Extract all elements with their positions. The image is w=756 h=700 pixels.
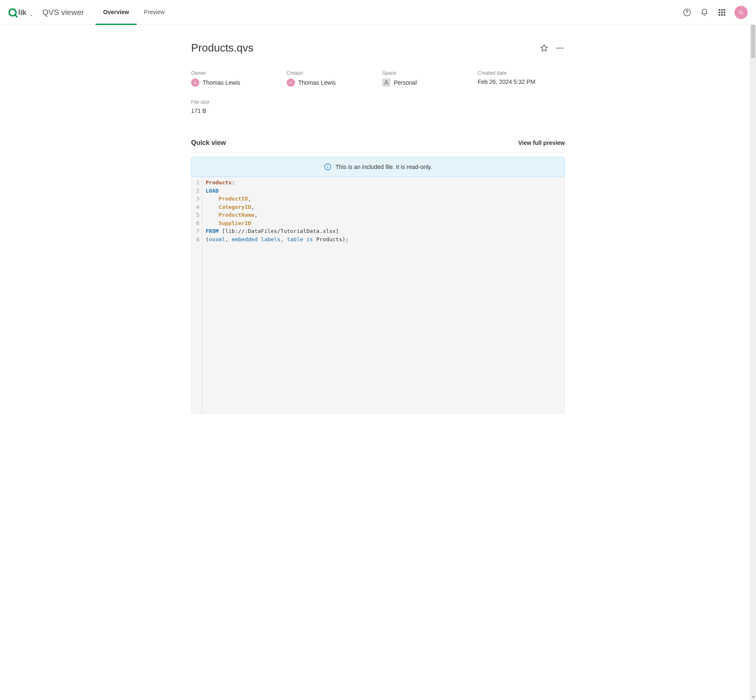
tab-preview[interactable]: Preview [137, 0, 172, 25]
owner-name: Thomas Lewis [203, 79, 240, 86]
meta-created-label: Created date [478, 70, 565, 76]
filesize-value: 171 B [191, 108, 278, 114]
svg-point-5 [557, 47, 558, 49]
meta-created: Created date Feb 26, 2024 5:32 PM [478, 70, 565, 87]
info-icon [324, 163, 331, 171]
meta-owner: Owner TL Thomas Lewis [191, 70, 278, 87]
app-launcher-icon[interactable] [717, 7, 727, 17]
code-body[interactable]: Products:LOAD ProductID, CategoryID, Pro… [202, 177, 565, 413]
scroll-thumb[interactable] [751, 25, 755, 58]
page-title: Products.qvs [191, 42, 539, 54]
svg-point-2 [31, 15, 32, 16]
svg-point-8 [385, 81, 388, 83]
view-full-preview-link[interactable]: View full preview [518, 140, 565, 146]
app-name: QVS viewer [42, 8, 84, 17]
bell-icon[interactable] [700, 7, 709, 17]
meta-grid: Owner TL Thomas Lewis Creator TL Thomas … [191, 70, 565, 114]
meta-filesize-label: File size [191, 99, 278, 105]
svg-point-11 [327, 165, 328, 166]
quickview-header: Quick view View full preview [191, 139, 565, 153]
meta-space-label: Space [382, 70, 469, 76]
star-icon[interactable] [539, 43, 549, 53]
meta-owner-label: Owner [191, 70, 278, 76]
created-date: Feb 26, 2024 5:32 PM [478, 78, 565, 85]
creator-avatar: TL [287, 78, 295, 87]
banner-text: This is an included file. It is read-onl… [336, 164, 432, 170]
tabs: Overview Preview [96, 0, 172, 24]
svg-point-4 [687, 14, 687, 14]
content: Products.qvs Owner TL Thomas Lewis Creat [187, 25, 569, 426]
user-avatar[interactable]: TL [734, 6, 748, 19]
more-icon[interactable] [555, 43, 565, 53]
code-gutter: 12345678 [191, 177, 202, 413]
title-row: Products.qvs [191, 42, 565, 54]
code-panel: 12345678 Products:LOAD ProductID, Catego… [191, 177, 565, 414]
svg-point-7 [562, 47, 563, 49]
info-banner: This is an included file. It is read-onl… [191, 157, 565, 177]
creator-name: Thomas Lewis [298, 79, 336, 86]
person-icon [382, 78, 390, 87]
svg-point-6 [559, 47, 560, 49]
tab-overview[interactable]: Overview [96, 0, 136, 25]
quickview-title: Quick view [191, 139, 226, 147]
space-name: Personal [394, 79, 417, 86]
meta-space: Space Personal [382, 70, 469, 87]
qlik-logo[interactable]: lik [8, 6, 34, 19]
topbar-actions: TL [682, 6, 748, 19]
meta-creator-label: Creator [287, 70, 374, 76]
meta-filesize: File size 171 B [191, 99, 278, 114]
help-icon[interactable] [682, 7, 692, 17]
owner-avatar: TL [191, 78, 199, 87]
topbar: lik QVS viewer Overview Preview [0, 0, 756, 25]
svg-text:lik: lik [18, 8, 27, 17]
scrollbar[interactable]: ▴ ▾ [750, 25, 756, 426]
meta-creator: Creator TL Thomas Lewis [287, 70, 374, 87]
